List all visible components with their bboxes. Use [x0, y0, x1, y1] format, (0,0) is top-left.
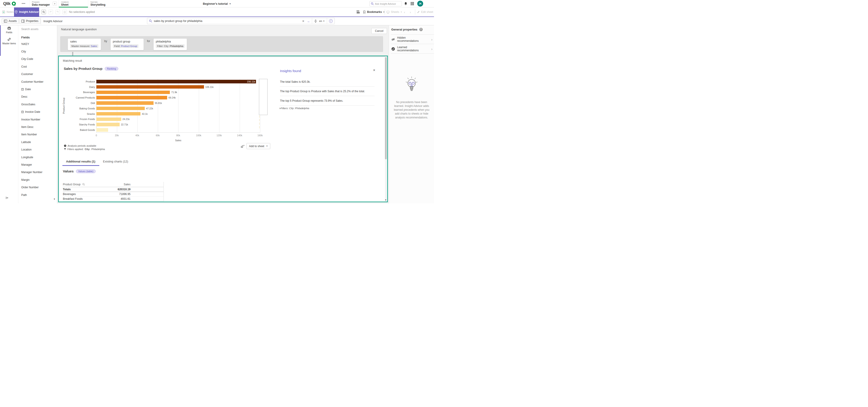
- insight-item[interactable]: The total Sales is 620.3k.: [280, 77, 374, 87]
- field-item[interactable]: GrossSales: [18, 101, 54, 108]
- chart-overview-minimap[interactable]: [259, 79, 268, 136]
- field-item[interactable]: City: [18, 48, 54, 55]
- clear-query-icon[interactable]: ✕: [302, 20, 304, 23]
- chart-card[interactable]: Sales by Product Group Ranking Product G…: [62, 65, 271, 154]
- field-item[interactable]: Order Number: [18, 183, 54, 191]
- hidden-recommendations-row[interactable]: Hidden recommendations ›: [389, 35, 434, 44]
- sidebar-item-master-items[interactable]: Master items: [0, 38, 18, 45]
- table-row[interactable]: Beverages71896.95: [63, 192, 163, 197]
- prepare-dropdown-icon[interactable]: ∨: [53, 2, 57, 6]
- avatar[interactable]: JK: [417, 1, 423, 6]
- minimap-viewport[interactable]: [259, 79, 268, 115]
- field-item[interactable]: Longitude: [18, 154, 54, 161]
- edit-sheet-button[interactable]: Edit sheet: [417, 7, 433, 16]
- notes-button[interactable]: Notes: [2, 7, 13, 16]
- field-item[interactable]: Customer Number: [18, 78, 54, 86]
- insight-item[interactable]: The top Product Group is Produce with Sa…: [280, 87, 374, 96]
- next-sheet-button[interactable]: ›: [410, 7, 411, 16]
- field-item[interactable]: 12Date: [18, 86, 54, 93]
- bar[interactable]: 156.11k: [96, 80, 256, 83]
- field-item[interactable]: Item Number: [18, 131, 54, 138]
- bar[interactable]: [96, 91, 170, 94]
- table-header-product-group[interactable]: Product Group: [63, 183, 100, 186]
- search-query-text[interactable]: sales by product group for philadelphia: [154, 20, 300, 23]
- bar[interactable]: [96, 85, 204, 89]
- tab-narrate[interactable]: Narrate Storytelling: [88, 0, 118, 7]
- add-to-sheet-button[interactable]: Add to sheet ▼: [247, 143, 270, 149]
- language-selector[interactable]: en ▼: [319, 20, 325, 22]
- table-header-sales[interactable]: Sales: [100, 183, 130, 186]
- chart-link-icon[interactable]: [241, 144, 245, 148]
- field-item[interactable]: Desc: [18, 93, 54, 101]
- field-item[interactable]: Cost: [18, 63, 54, 70]
- collapse-sidebar-icon[interactable]: [5, 196, 9, 200]
- help-icon[interactable]: ?: [419, 28, 423, 31]
- field-item[interactable]: 12Invoice Date: [18, 108, 54, 116]
- insight-advisor-search-bar[interactable]: sales by product group for philadelphia …: [147, 18, 335, 24]
- nlq-token-card[interactable]: salesMaster measure: Sales: [68, 39, 101, 50]
- field-item[interactable]: Manager Number: [18, 169, 54, 176]
- sidebar-item-fields[interactable]: Fields: [0, 27, 18, 34]
- field-item[interactable]: Margin: [18, 176, 54, 183]
- previous-sheet-button[interactable]: ‹: [404, 7, 405, 16]
- table-row[interactable]: Breakfast Foods4931.61: [63, 197, 163, 201]
- search-assets-input[interactable]: Search assets: [21, 28, 38, 31]
- scroll-down-arrow-icon[interactable]: ▼: [385, 199, 387, 201]
- field-item[interactable]: Latitude: [18, 138, 54, 146]
- bar-row: 156.11k: [96, 79, 260, 84]
- bar[interactable]: [96, 128, 108, 132]
- field-item[interactable]: Path: [18, 191, 54, 199]
- cancel-button[interactable]: Cancel: [371, 28, 387, 34]
- field-item[interactable]: City Code: [18, 55, 54, 63]
- bar[interactable]: [96, 117, 121, 121]
- bar-chart-plot[interactable]: 156.11k105.11k71.9k69.24k55.81k47.22k43.…: [96, 79, 260, 133]
- bar[interactable]: [96, 107, 145, 110]
- bar[interactable]: [96, 101, 154, 105]
- nlq-token-card[interactable]: philadelphiaFilter: City: Philadelphia: [154, 39, 187, 50]
- table-row[interactable]: Totals620310.19: [63, 187, 163, 192]
- clear-selections-button[interactable]: [62, 10, 67, 14]
- field-item[interactable]: Manager: [18, 161, 54, 168]
- assets-panel-button[interactable]: Assets: [2, 18, 19, 24]
- nlq-token-card[interactable]: product groupField: Product Group: [111, 39, 144, 50]
- scroll-down-arrow-icon[interactable]: ▼: [53, 198, 55, 200]
- field-item[interactable]: Customer: [18, 70, 54, 78]
- values-table[interactable]: Product Group Sales Totals620310.19Bever…: [63, 182, 164, 201]
- notifications-bell-icon[interactable]: [404, 2, 407, 5]
- bar[interactable]: [96, 123, 120, 126]
- field-item[interactable]: Invoice Number: [18, 116, 54, 123]
- app-launcher-grid-icon[interactable]: [410, 2, 414, 5]
- smart-search-button[interactable]: [41, 10, 46, 14]
- column-search-icon[interactable]: [82, 183, 85, 186]
- global-search-input[interactable]: Ask Insight Advisor: [369, 1, 402, 6]
- chart-title: Sales by Product Group: [64, 67, 102, 70]
- bookmarks-button[interactable]: Bookmarks ▼: [363, 7, 385, 16]
- field-item[interactable]: Item Desc: [18, 123, 54, 131]
- properties-panel-button[interactable]: Properties: [19, 18, 41, 24]
- tab-existing-charts[interactable]: Existing charts (12): [99, 159, 132, 166]
- redo-selection-button[interactable]: ↷: [55, 10, 60, 14]
- tab-prepare[interactable]: Prepare Data manager ∨: [29, 0, 59, 7]
- result-scrollbar-thumb[interactable]: [385, 57, 387, 159]
- category-label: Produce: [62, 79, 95, 84]
- qlik-logo[interactable]: Qlik: [3, 1, 16, 6]
- app-selector[interactable]: Beginner's tutorial ▼: [203, 0, 231, 7]
- bar[interactable]: [96, 112, 141, 116]
- info-icon[interactable]: i: [329, 19, 333, 23]
- microphone-icon[interactable]: [314, 20, 317, 23]
- submit-query-arrow-icon[interactable]: →: [306, 19, 310, 23]
- tab-additional-results[interactable]: Additional results (1): [62, 159, 99, 166]
- more-menu-icon[interactable]: •••: [22, 2, 26, 5]
- insight-advisor-button[interactable]: Insight Advisor: [14, 7, 39, 16]
- undo-selection-button[interactable]: ↶: [49, 10, 53, 14]
- tab-analyze[interactable]: Analyze Sheet: [59, 0, 88, 7]
- insight-item[interactable]: The top 5 Product Group represents 73.9%…: [280, 96, 374, 105]
- sheets-button[interactable]: Sheets ▼: [386, 7, 402, 16]
- analysis-periods-note[interactable]: Analysis periods available: [64, 144, 105, 147]
- learned-recommendations-row[interactable]: Learned recommendations ›: [389, 44, 434, 53]
- field-item[interactable]: Location: [18, 146, 54, 153]
- chart-grid-toggle-icon[interactable]: [356, 7, 360, 16]
- close-icon[interactable]: ✕: [372, 68, 376, 72]
- bar[interactable]: [96, 96, 167, 99]
- field-item[interactable]: %KEY: [18, 40, 54, 48]
